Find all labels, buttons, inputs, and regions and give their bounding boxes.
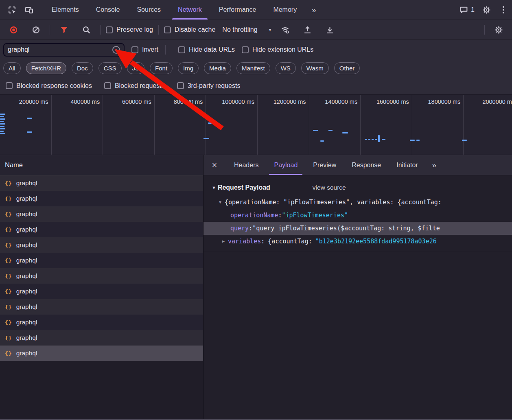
network-settings-button[interactable]	[490, 22, 507, 37]
settings-button[interactable]	[478, 2, 495, 18]
request-name: graphql	[16, 210, 37, 218]
type-filter-manifest[interactable]: Manifest	[236, 62, 270, 74]
request-row[interactable]: {}graphql	[0, 268, 203, 284]
clear-network-log-button[interactable]	[27, 22, 44, 37]
request-row[interactable]: {}graphql	[0, 191, 203, 206]
request-timeline-bar	[0, 118, 5, 120]
chevron-double-right-icon: »	[312, 6, 316, 14]
payload-key: query	[230, 225, 252, 232]
divider	[165, 45, 166, 55]
checkbox-icon	[104, 82, 111, 89]
request-row[interactable]: {}graphql	[0, 222, 203, 237]
request-name: graphql	[16, 334, 37, 341]
block-icon	[32, 26, 40, 34]
payload-string-value: "ipFlowTimeseries"	[282, 212, 348, 219]
message-bubble-icon	[459, 6, 468, 14]
view-source-toggle[interactable]: view source	[313, 184, 346, 191]
divider	[100, 25, 101, 35]
blocked-requests-checkbox[interactable]: Blocked requests	[104, 82, 165, 90]
request-row[interactable]: {}graphql	[0, 284, 203, 299]
expanded-caret-icon[interactable]: ▼	[219, 200, 221, 204]
tab-performance[interactable]: Performance	[210, 0, 265, 20]
payload-row-query[interactable]: query"query ipFlowTimeseries($accountTag…	[203, 222, 512, 235]
type-filter-media[interactable]: Media	[204, 62, 231, 74]
request-row[interactable]: {}graphql	[0, 237, 203, 253]
kebab-menu-icon	[503, 9, 504, 11]
inspect-element-button[interactable]	[3, 2, 20, 18]
request-timeline-bar	[0, 114, 5, 115]
request-timeline-bar	[0, 126, 4, 127]
close-details-button[interactable]: ×	[206, 158, 223, 173]
hide-data-urls-checkbox[interactable]: Hide data URLs	[178, 46, 235, 53]
third-party-checkbox[interactable]: 3rd-party requests	[177, 82, 241, 90]
network-conditions-icon	[281, 26, 289, 34]
record-button[interactable]	[5, 22, 22, 37]
request-row[interactable]: {}graphql	[0, 175, 203, 191]
collapse-caret-icon[interactable]: ▼	[212, 186, 216, 190]
payload-summary-row[interactable]: ▼ {operationName: "ipFlowTimeseries", va…	[203, 196, 512, 209]
issues-count: 1	[471, 6, 475, 13]
type-filter-img[interactable]: Img	[178, 62, 199, 74]
clear-filter-icon[interactable]: ×	[112, 46, 120, 54]
filter-input[interactable]	[8, 46, 112, 53]
payload-row-operation-name[interactable]: operationName"ipFlowTimeseries"	[203, 209, 512, 222]
checkbox-icon	[164, 26, 171, 33]
request-row[interactable]: {}graphql	[0, 299, 203, 315]
type-filter-css[interactable]: CSS	[98, 62, 122, 74]
request-row[interactable]: {}graphql	[0, 206, 203, 222]
issues-button[interactable]: 1	[459, 6, 475, 14]
collapsed-caret-icon[interactable]: ▶	[222, 239, 225, 243]
xhr-braces-icon: {}	[5, 335, 12, 341]
hide-extension-urls-checkbox[interactable]: Hide extension URLs	[242, 46, 313, 53]
xhr-braces-icon: {}	[5, 319, 12, 326]
inspect-cursor-icon	[8, 6, 16, 14]
request-row[interactable]: {}graphql	[0, 315, 203, 330]
type-filter-doc[interactable]: Doc	[72, 62, 93, 74]
type-filter-js[interactable]: JS	[127, 62, 145, 74]
network-conditions-button[interactable]	[277, 22, 294, 37]
more-detail-tabs-button[interactable]: »	[426, 158, 443, 173]
detail-tab-initiator[interactable]: Initiator	[389, 155, 425, 175]
type-filter-all[interactable]: All	[3, 62, 21, 74]
type-filter-wasm[interactable]: Wasm	[301, 62, 329, 74]
type-filter-font[interactable]: Font	[150, 62, 173, 74]
detail-tab-payload[interactable]: Payload	[266, 155, 305, 175]
tab-sources[interactable]: Sources	[128, 0, 169, 20]
extra-filters-row: Blocked response cookies Blocked request…	[0, 77, 512, 94]
menu-button[interactable]	[495, 2, 512, 18]
invert-checkbox[interactable]: Invert	[131, 46, 158, 53]
type-filter-ws[interactable]: WS	[276, 62, 296, 74]
tab-memory[interactable]: Memory	[265, 0, 305, 20]
more-tabs-button[interactable]: »	[305, 2, 322, 18]
preserve-log-checkbox[interactable]: Preserve log	[106, 26, 153, 33]
import-har-button[interactable]	[299, 22, 316, 37]
name-column-label: Name	[5, 161, 23, 169]
throttling-select[interactable]: No throttling ▾	[222, 26, 271, 33]
type-filter-fetch-xhr[interactable]: Fetch/XHR	[26, 62, 66, 74]
detail-tab-response[interactable]: Response	[344, 155, 389, 175]
divider	[50, 25, 50, 35]
filter-input-wrap: ×	[3, 43, 125, 57]
request-row[interactable]: {}graphql	[0, 330, 203, 346]
blocked-cookies-checkbox[interactable]: Blocked response cookies	[6, 82, 92, 90]
type-filter-other[interactable]: Other	[334, 62, 360, 74]
search-button[interactable]	[78, 22, 95, 37]
detail-tab-headers[interactable]: Headers	[226, 155, 266, 175]
request-row[interactable]: {}graphql	[0, 346, 203, 361]
upload-icon	[303, 26, 312, 34]
tab-network[interactable]: Network	[169, 0, 210, 20]
network-overview-timeline[interactable]: 200000 ms400000 ms600000 ms800000 ms1000…	[0, 94, 512, 155]
export-har-button[interactable]	[322, 22, 339, 37]
tab-elements[interactable]: Elements	[43, 0, 88, 20]
request-timeline-bar	[368, 139, 370, 140]
device-toolbar-button[interactable]	[20, 2, 37, 18]
detail-tab-preview[interactable]: Preview	[305, 155, 344, 175]
name-column-header[interactable]: Name	[0, 155, 203, 175]
tab-console[interactable]: Console	[88, 0, 129, 20]
filter-toggle-button[interactable]	[55, 22, 72, 37]
payload-row-variables[interactable]: ▶ variables{accountTag: "b12e3b2192ee558…	[203, 235, 512, 248]
disable-cache-checkbox[interactable]: Disable cache	[164, 26, 216, 33]
divider	[484, 25, 485, 35]
request-row[interactable]: {}graphql	[0, 253, 203, 268]
request-timeline-bar	[328, 130, 333, 131]
